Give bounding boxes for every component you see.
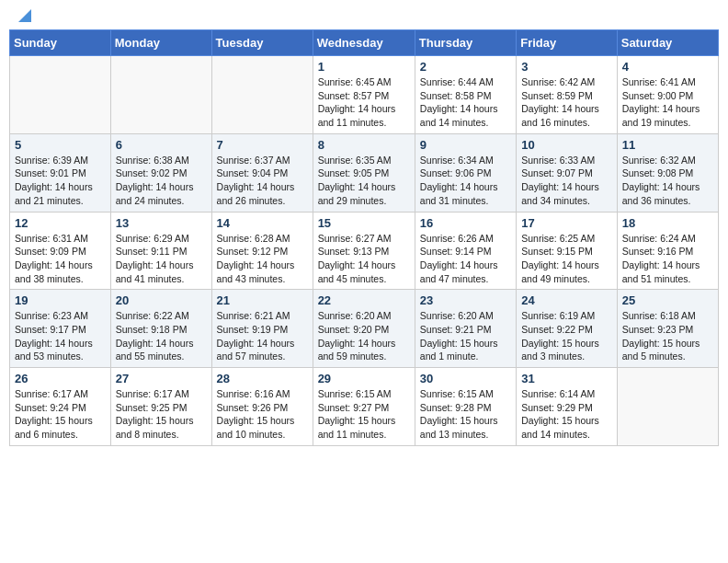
calendar-week-4: 19Sunrise: 6:23 AMSunset: 9:17 PMDayligh… — [10, 290, 719, 368]
day-info: Sunrise: 6:23 AMSunset: 9:17 PMDaylight:… — [15, 309, 106, 363]
day-info: Sunrise: 6:22 AMSunset: 9:18 PMDaylight:… — [116, 309, 207, 363]
day-number: 10 — [521, 138, 612, 152]
calendar-cell: 4Sunrise: 6:41 AMSunset: 9:00 PMDaylight… — [617, 56, 718, 134]
day-info: Sunrise: 6:15 AMSunset: 9:27 PMDaylight:… — [318, 387, 410, 442]
calendar-cell: 1Sunrise: 6:45 AMSunset: 8:57 PMDaylight… — [313, 56, 415, 134]
calendar-table: SundayMondayTuesdayWednesdayThursdayFrid… — [9, 29, 719, 446]
calendar-cell: 14Sunrise: 6:28 AMSunset: 9:12 PMDayligh… — [211, 212, 313, 290]
day-info: Sunrise: 6:45 AMSunset: 8:57 PMDaylight:… — [318, 75, 410, 130]
day-number: 27 — [116, 372, 207, 385]
calendar-cell: 21Sunrise: 6:21 AMSunset: 9:19 PMDayligh… — [211, 290, 313, 368]
day-number: 30 — [420, 372, 511, 385]
calendar-cell: 31Sunrise: 6:14 AMSunset: 9:29 PMDayligh… — [517, 368, 618, 446]
day-info: Sunrise: 6:38 AMSunset: 9:02 PMDaylight:… — [116, 154, 207, 208]
calendar-cell: 23Sunrise: 6:20 AMSunset: 9:21 PMDayligh… — [415, 290, 516, 368]
calendar-week-2: 5Sunrise: 6:39 AMSunset: 9:01 PMDaylight… — [10, 133, 719, 212]
day-number: 24 — [521, 293, 612, 307]
calendar-cell: 27Sunrise: 6:17 AMSunset: 9:25 PMDayligh… — [110, 368, 211, 446]
day-number: 8 — [318, 138, 410, 152]
logo-icon — [15, 6, 35, 26]
col-header-saturday: Saturday — [617, 30, 718, 56]
day-number: 25 — [622, 293, 713, 307]
calendar-header-row: SundayMondayTuesdayWednesdayThursdayFrid… — [10, 30, 719, 56]
day-info: Sunrise: 6:41 AMSunset: 9:00 PMDaylight:… — [622, 75, 713, 130]
calendar-cell: 25Sunrise: 6:18 AMSunset: 9:23 PMDayligh… — [617, 290, 718, 368]
col-header-sunday: Sunday — [10, 30, 111, 56]
day-info: Sunrise: 6:18 AMSunset: 9:23 PMDaylight:… — [622, 309, 713, 363]
day-info: Sunrise: 6:39 AMSunset: 9:01 PMDaylight:… — [15, 154, 106, 208]
logo — [13, 9, 35, 22]
calendar-cell: 8Sunrise: 6:35 AMSunset: 9:05 PMDaylight… — [313, 133, 415, 212]
day-info: Sunrise: 6:29 AMSunset: 9:11 PMDaylight:… — [116, 232, 207, 286]
calendar-cell: 22Sunrise: 6:20 AMSunset: 9:20 PMDayligh… — [313, 290, 415, 368]
day-number: 2 — [420, 60, 511, 74]
day-number: 4 — [622, 60, 713, 74]
day-info: Sunrise: 6:16 AMSunset: 9:26 PMDaylight:… — [217, 387, 308, 442]
day-number: 13 — [116, 216, 207, 230]
calendar-cell: 10Sunrise: 6:33 AMSunset: 9:07 PMDayligh… — [517, 133, 618, 212]
day-number: 20 — [116, 293, 207, 307]
day-info: Sunrise: 6:32 AMSunset: 9:08 PMDaylight:… — [622, 154, 713, 208]
col-header-tuesday: Tuesday — [211, 30, 313, 56]
day-info: Sunrise: 6:31 AMSunset: 9:09 PMDaylight:… — [15, 232, 106, 286]
svg-marker-0 — [18, 9, 31, 22]
calendar-cell — [110, 56, 211, 134]
calendar-cell — [211, 56, 313, 134]
day-info: Sunrise: 6:42 AMSunset: 8:59 PMDaylight:… — [521, 75, 612, 130]
calendar-cell: 24Sunrise: 6:19 AMSunset: 9:22 PMDayligh… — [517, 290, 618, 368]
day-number: 1 — [318, 60, 410, 74]
day-number: 31 — [521, 372, 612, 385]
day-info: Sunrise: 6:28 AMSunset: 9:12 PMDaylight:… — [217, 232, 308, 286]
day-info: Sunrise: 6:27 AMSunset: 9:13 PMDaylight:… — [318, 232, 410, 286]
col-header-monday: Monday — [110, 30, 211, 56]
calendar-cell: 29Sunrise: 6:15 AMSunset: 9:27 PMDayligh… — [313, 368, 415, 446]
col-header-friday: Friday — [517, 30, 618, 56]
day-number: 18 — [622, 216, 713, 230]
day-number: 21 — [217, 293, 308, 307]
day-info: Sunrise: 6:25 AMSunset: 9:15 PMDaylight:… — [521, 232, 612, 286]
day-number: 11 — [622, 138, 713, 152]
calendar-cell: 28Sunrise: 6:16 AMSunset: 9:26 PMDayligh… — [211, 368, 313, 446]
day-info: Sunrise: 6:19 AMSunset: 9:22 PMDaylight:… — [521, 309, 612, 363]
day-number: 17 — [521, 216, 612, 230]
calendar-cell: 15Sunrise: 6:27 AMSunset: 9:13 PMDayligh… — [313, 212, 415, 290]
day-info: Sunrise: 6:20 AMSunset: 9:20 PMDaylight:… — [318, 309, 410, 363]
calendar-cell: 9Sunrise: 6:34 AMSunset: 9:06 PMDaylight… — [415, 133, 516, 212]
calendar-cell: 5Sunrise: 6:39 AMSunset: 9:01 PMDaylight… — [10, 133, 111, 212]
day-number: 29 — [318, 372, 410, 385]
col-header-thursday: Thursday — [415, 30, 516, 56]
calendar-cell: 30Sunrise: 6:15 AMSunset: 9:28 PMDayligh… — [415, 368, 516, 446]
calendar-cell: 7Sunrise: 6:37 AMSunset: 9:04 PMDaylight… — [211, 133, 313, 212]
day-number: 3 — [521, 60, 612, 74]
calendar-cell: 6Sunrise: 6:38 AMSunset: 9:02 PMDaylight… — [110, 133, 211, 212]
day-number: 19 — [15, 293, 106, 307]
day-number: 26 — [15, 372, 106, 385]
day-number: 9 — [420, 138, 511, 152]
calendar-week-3: 12Sunrise: 6:31 AMSunset: 9:09 PMDayligh… — [10, 212, 719, 290]
day-info: Sunrise: 6:34 AMSunset: 9:06 PMDaylight:… — [420, 154, 511, 208]
day-number: 15 — [318, 216, 410, 230]
day-info: Sunrise: 6:21 AMSunset: 9:19 PMDaylight:… — [217, 309, 308, 363]
day-info: Sunrise: 6:20 AMSunset: 9:21 PMDaylight:… — [420, 309, 511, 363]
calendar-cell: 13Sunrise: 6:29 AMSunset: 9:11 PMDayligh… — [110, 212, 211, 290]
calendar-cell: 3Sunrise: 6:42 AMSunset: 8:59 PMDaylight… — [517, 56, 618, 134]
calendar-cell: 11Sunrise: 6:32 AMSunset: 9:08 PMDayligh… — [617, 133, 718, 212]
day-info: Sunrise: 6:14 AMSunset: 9:29 PMDaylight:… — [521, 387, 612, 442]
day-info: Sunrise: 6:24 AMSunset: 9:16 PMDaylight:… — [622, 232, 713, 286]
day-number: 7 — [217, 138, 308, 152]
calendar-cell: 18Sunrise: 6:24 AMSunset: 9:16 PMDayligh… — [617, 212, 718, 290]
day-info: Sunrise: 6:33 AMSunset: 9:07 PMDaylight:… — [521, 154, 612, 208]
calendar-cell: 12Sunrise: 6:31 AMSunset: 9:09 PMDayligh… — [10, 212, 111, 290]
day-number: 23 — [420, 293, 511, 307]
day-number: 14 — [217, 216, 308, 230]
day-number: 12 — [15, 216, 106, 230]
calendar-week-1: 1Sunrise: 6:45 AMSunset: 8:57 PMDaylight… — [10, 56, 719, 134]
day-number: 28 — [217, 372, 308, 385]
day-info: Sunrise: 6:37 AMSunset: 9:04 PMDaylight:… — [217, 154, 308, 208]
day-number: 22 — [318, 293, 410, 307]
day-info: Sunrise: 6:26 AMSunset: 9:14 PMDaylight:… — [420, 232, 511, 286]
col-header-wednesday: Wednesday — [313, 30, 415, 56]
page-header — [9, 9, 719, 22]
calendar-cell — [10, 56, 111, 134]
calendar-cell: 26Sunrise: 6:17 AMSunset: 9:24 PMDayligh… — [10, 368, 111, 446]
